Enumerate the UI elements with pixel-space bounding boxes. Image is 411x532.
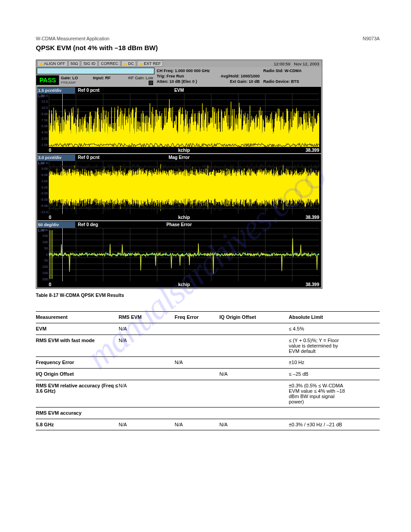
page-header-right: N9073A xyxy=(363,36,380,41)
plot-phase-error: 50 deg/divRef 0 degPhase ErrorLin2001501… xyxy=(37,221,321,287)
cell-name: EVM xyxy=(36,326,119,331)
cell-limit: ±0.3% / ±30 Hz / –21 dB xyxy=(289,422,349,427)
cell-rms: N/A xyxy=(119,383,175,388)
center-settings: CH Freq: 1.000 000 000 GHz Trig: Free Ru… xyxy=(155,67,261,86)
plot-scale: 3.0 pcnt/div xyxy=(37,154,75,161)
plot-ref: Ref 0 deg xyxy=(75,222,98,227)
cell-name: Frequency Error xyxy=(36,360,119,365)
table-row: RMS EVM relative accuracy (Freq ≤ 3.6 GH… xyxy=(36,380,380,407)
cell-limit: ≤ 4.5% xyxy=(289,326,349,331)
x-start: 0 xyxy=(49,282,51,287)
plot-ref: Ref 0 pcnt xyxy=(75,155,99,160)
plot-name: EVM xyxy=(174,88,184,93)
plot-ref: Ref 0 pcnt xyxy=(75,88,99,93)
ifgain-setting: #IF Gain: Low xyxy=(123,75,155,86)
x-end: 38.399 xyxy=(305,148,319,153)
cell-iq: N/A xyxy=(219,371,289,377)
plot-scale: 50 deg/div xyxy=(37,222,75,228)
page-header-left: W-CDMA Measurement Application xyxy=(36,36,109,41)
cell-name: RMS EVM relative accuracy (Freq ≤ 3.6 GH… xyxy=(36,383,119,394)
info-bar: PASS Gate: LO PREAMP Input: RF #IF Gain:… xyxy=(36,67,322,86)
x-axis-row: 0kchip38.399 xyxy=(49,148,319,153)
warn-icon xyxy=(39,62,43,65)
x-axis-row: 0kchip38.399 xyxy=(49,215,319,220)
table-row: EVMN/A≤ 4.5% xyxy=(36,323,380,335)
x-end: 38.399 xyxy=(305,215,319,220)
plot-mag-error: 3.0 pcnt/divRef 0 pcntMag ErrorLin12.09.… xyxy=(37,154,321,220)
results-table: Measurement RMS EVM Freq Error IQ Origin… xyxy=(36,311,380,430)
table-row: Frequency ErrorN/A±10 Hz xyxy=(36,356,380,368)
search-field[interactable] xyxy=(37,68,154,74)
analyzer-window: ALIGN OFF 50Ω SIG ID CORREC DC EXT REF 1… xyxy=(36,60,322,289)
cell-name: 5.8 GHz xyxy=(36,422,119,427)
status-correc: CORREC xyxy=(98,60,120,67)
cell-limit: ±0.3% (0.5% ≤ W-CDMA EVM value ≤ 4% with… xyxy=(289,383,349,404)
cell-name: I/Q Origin Offset xyxy=(36,371,119,377)
input-setting: Input: RF xyxy=(91,75,123,86)
th-limit: Absolute Limit xyxy=(289,314,349,320)
cell-limit: ≤ –25 dB xyxy=(289,371,349,377)
waveform xyxy=(49,228,319,281)
status-align: ALIGN OFF xyxy=(37,60,68,67)
th-iq: IQ Origin Offset xyxy=(219,314,289,320)
gate-setting: Gate: LO PREAMP xyxy=(59,75,91,86)
x-unit: kchip xyxy=(178,215,190,220)
cell-iq: N/A xyxy=(219,422,289,427)
x-axis-row: 0kchip38.399 xyxy=(49,282,319,287)
right-settings: Radio Std: W-CDMA Radio Device: BTS xyxy=(261,67,322,86)
plot-area xyxy=(49,161,319,214)
cell-limit: ±10 Hz xyxy=(289,360,349,365)
ifgain-indicator xyxy=(149,81,153,85)
table-row: RMS EVM with fast modeN/A≤ (Y + 0.5)%; Y… xyxy=(36,335,380,356)
cell-rms: N/A xyxy=(119,326,175,331)
plot-name: Mag Error xyxy=(168,155,189,160)
x-end: 38.399 xyxy=(305,282,319,287)
plot-name: Phase Error xyxy=(167,222,192,227)
x-unit: kchip xyxy=(178,148,190,153)
cell-freq: N/A xyxy=(175,422,219,427)
page-header: W-CDMA Measurement Application N9073A xyxy=(36,36,380,41)
cell-rms: N/A xyxy=(119,338,175,343)
y-axis-labels: 13.512.010.59.007.506.004.503.001.50 xyxy=(37,94,49,147)
th-freq: Freq Error xyxy=(175,314,219,320)
x-start: 0 xyxy=(49,148,51,153)
plot-scale: 1.5 pcnt/div xyxy=(37,87,75,94)
status-extref: EXT REF xyxy=(137,60,163,67)
status-sigid: SIG ID xyxy=(81,60,98,67)
y-axis-labels: 20015010050050100150200 xyxy=(37,228,49,281)
plot-area xyxy=(49,94,319,147)
status-bar: ALIGN OFF 50Ω SIG ID CORREC DC EXT REF 1… xyxy=(36,60,322,67)
x-start: 0 xyxy=(49,215,51,220)
th-rms: RMS EVM xyxy=(119,314,175,320)
status-ohm: 50Ω xyxy=(68,60,81,67)
cell-freq: N/A xyxy=(175,360,219,365)
warn-icon xyxy=(139,62,143,65)
cell-rms: N/A xyxy=(119,422,175,427)
th-measurement: Measurement xyxy=(36,314,119,320)
y-axis-labels: 12.09.006.003.000.00-3.00-6.00-9.00-12.0 xyxy=(37,161,49,214)
plot-area xyxy=(49,228,319,281)
table-row: RMS EVM accuracy xyxy=(36,407,380,419)
cell-name: RMS EVM accuracy xyxy=(36,410,119,416)
cell-limit: ≤ (Y + 0.5)%; Y = Floor value is determi… xyxy=(289,338,349,354)
warn-icon xyxy=(124,62,127,65)
cell-name: RMS EVM with fast mode xyxy=(36,338,119,343)
table-caption: Table 8-17 W-CDMA QPSK EVM Results xyxy=(36,292,380,298)
table-header-row: Measurement RMS EVM Freq Error IQ Origin… xyxy=(36,311,380,323)
section-title: QPSK EVM (not 4% with –18 dBm BW) xyxy=(36,44,380,51)
plot-evm: 1.5 pcnt/divRef 0 pcntEVMLin13.512.010.5… xyxy=(37,87,321,153)
waveform xyxy=(49,161,319,214)
status-dc: DC xyxy=(121,60,136,67)
table-row: I/Q Origin OffsetN/A≤ –25 dB xyxy=(36,368,380,380)
pass-badge: PASS xyxy=(36,75,59,85)
waveform xyxy=(49,94,319,147)
x-unit: kchip xyxy=(178,282,190,287)
timestamp: 12:00:59 Nov 12, 2003 xyxy=(274,61,321,66)
table-row: 5.8 GHzN/AN/AN/A±0.3% / ±30 Hz / –21 dB xyxy=(36,419,380,430)
